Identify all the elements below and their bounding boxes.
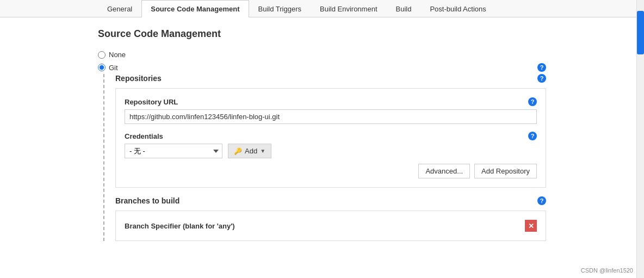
repositories-header: Repositories ? (115, 74, 546, 83)
tab-post-build-actions[interactable]: Post-build Actions (420, 0, 495, 17)
repository-url-input[interactable] (125, 109, 537, 124)
watermark: CSDN @linfen1520 (581, 267, 633, 274)
branch-specifier-label: Branch Specifier (blank for 'any') (125, 222, 235, 230)
radio-none-label: None (109, 51, 126, 59)
branches-section-header: Branches to build ? (115, 196, 546, 205)
section-indented: Repositories ? Repository URL ? Credenti… (103, 74, 546, 241)
radio-git-label: Git (109, 64, 118, 72)
buttons-row: Advanced... Add Repository (125, 164, 537, 178)
repository-url-label: Repository URL (125, 98, 178, 106)
add-credentials-label: Add (245, 147, 257, 155)
branches-help-icon[interactable]: ? (537, 196, 546, 205)
tab-source-code-management[interactable]: Source Code Management (141, 0, 249, 17)
radio-git-input[interactable] (98, 64, 106, 71)
credentials-block: Credentials ? - 无 - 🔑 Add ▼ (125, 132, 537, 158)
repositories-label: Repositories (115, 74, 162, 83)
tab-general[interactable]: General (98, 0, 141, 17)
credentials-label: Credentials (125, 132, 163, 140)
repository-url-help-icon[interactable]: ? (528, 97, 537, 106)
radio-git[interactable]: Git (98, 64, 118, 72)
tab-build-environment[interactable]: Build Environment (311, 0, 387, 17)
page-title: Source Code Management (98, 28, 546, 40)
main-content: Source Code Management None Git ? Reposi… (0, 17, 644, 257)
branch-specifier-box: Branch Specifier (blank for 'any') ✕ (115, 211, 546, 241)
radio-none[interactable]: None (98, 51, 546, 59)
add-dropdown-arrow-icon: ▼ (260, 148, 265, 154)
repository-box: Repository URL ? Credentials ? - 无 - (115, 88, 546, 188)
tab-bar: General Source Code Management Build Tri… (0, 0, 644, 17)
main-container: General Source Code Management Build Tri… (0, 0, 644, 278)
add-repository-button[interactable]: Add Repository (474, 164, 537, 178)
branch-specifier-label-row: Branch Specifier (blank for 'any') ✕ (125, 220, 537, 232)
repository-url-block: Repository URL ? (125, 97, 537, 124)
add-credentials-button[interactable]: 🔑 Add ▼ (228, 144, 271, 158)
scrollbar[interactable] (636, 0, 644, 278)
advanced-button[interactable]: Advanced... (418, 164, 470, 178)
credentials-row: - 无 - 🔑 Add ▼ (125, 144, 537, 158)
branches-label: Branches to build (115, 196, 179, 205)
git-help-icon[interactable]: ? (537, 63, 546, 72)
tab-build-triggers[interactable]: Build Triggers (249, 0, 311, 17)
branches-section: Branches to build ? Branch Specifier (bl… (115, 196, 546, 241)
scrollbar-thumb (637, 11, 644, 54)
credentials-help-icon[interactable]: ? (528, 132, 537, 140)
key-icon: 🔑 (234, 147, 242, 155)
repository-url-label-row: Repository URL ? (125, 97, 537, 106)
tab-build[interactable]: Build (387, 0, 421, 17)
radio-none-input[interactable] (98, 51, 106, 59)
git-row: Git ? (98, 63, 546, 72)
credentials-label-row: Credentials ? (125, 132, 537, 140)
delete-branch-button[interactable]: ✕ (525, 220, 537, 232)
credentials-select[interactable]: - 无 - (125, 144, 222, 158)
repositories-help-icon[interactable]: ? (537, 74, 546, 83)
